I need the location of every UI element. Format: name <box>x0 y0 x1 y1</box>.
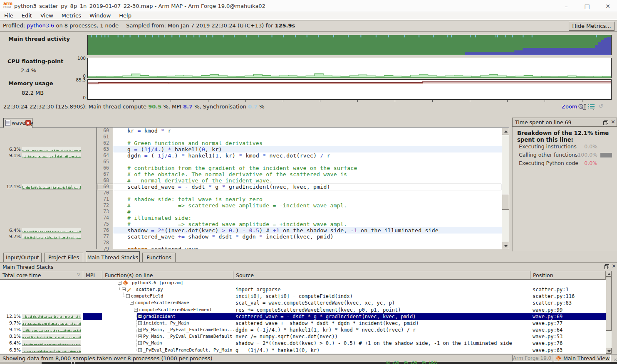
code-line-70[interactable] <box>113 190 502 196</box>
function-name: computeField <box>131 293 164 300</box>
column-header-mpi[interactable]: MPI <box>83 271 102 280</box>
scroll-up-button[interactable] <box>606 271 612 277</box>
column-header-position[interactable]: Position <box>530 271 606 280</box>
menu-help[interactable]: Help <box>115 12 136 20</box>
tab-main-thread-stacks[interactable]: Main Thread Stacks <box>86 251 140 262</box>
stack-row-scatter-py[interactable]: −scatter.pyimport argparsescatter.py:1 <box>0 286 612 293</box>
reset-zoom-icon[interactable]: ↺ <box>598 103 605 110</box>
main-thread-activity-chart[interactable] <box>87 35 612 55</box>
table-vertical-scrollbar[interactable] <box>606 271 612 354</box>
editor-panel-splitter[interactable] <box>509 116 512 251</box>
code-line-74[interactable]: # illuminated side: <box>113 215 502 221</box>
function-name: python3.6 [program] <box>132 280 183 286</box>
tree-expander[interactable]: + <box>138 328 142 332</box>
stack-row-gradincident[interactable]: 12.1%+gradIncidentscattered_wave = - dsd… <box>0 313 612 320</box>
line-number: 63 <box>97 146 109 152</box>
tree-expander[interactable]: − <box>134 308 138 312</box>
program-icon <box>123 280 128 287</box>
code-line-71[interactable]: # shadow side: total wave is nearly zero <box>113 196 502 202</box>
zoom-link[interactable]: Zoom <box>562 103 577 110</box>
scroll-thumb[interactable] <box>502 194 509 210</box>
mpi-bar <box>83 313 102 320</box>
column-header-function-s-on-line[interactable]: Function(s) on line <box>102 271 233 280</box>
stack-row-py-main-pyeval-evalframedefau-[interactable]: 9.1%+Py_Main, _PyEval_EvalFrameDefau...d… <box>0 327 612 333</box>
hide-metrics-button[interactable]: Hide Metrics... <box>569 22 615 31</box>
code-line-63[interactable]: g = (1j/4.) * hankel1(0, kr) <box>113 146 502 152</box>
code-line-77[interactable]: scattered_wave += shadow * dsdt * dgdn *… <box>113 234 502 240</box>
undock-icon[interactable] <box>604 264 609 269</box>
code-line-64[interactable]: dgdn = (-1j/4.) * hankel1(1, kr) * kmod … <box>113 152 502 159</box>
tree-expander[interactable]: − <box>118 281 121 285</box>
scroll-thumb[interactable] <box>606 277 612 331</box>
line-number: 65 <box>97 159 109 165</box>
program-link[interactable]: python3.6 <box>27 22 54 29</box>
stack-row--pyeval-evalframedefault-py-main[interactable]: 6.3%+_PyEval_EvalFrameDefault, Py_Maing … <box>0 347 612 354</box>
editor-tab-wave-py[interactable]: wave.py x <box>3 118 32 128</box>
code-line-65[interactable] <box>113 159 502 165</box>
breakdown-row: Executing Python code 0.0% <box>519 160 615 167</box>
view-mode-box[interactable]: Main Thread View <box>554 355 611 362</box>
column-header-total-core-time[interactable]: Total core time▽ <box>0 271 83 280</box>
close-button[interactable]: ✕ <box>604 2 612 10</box>
duration-value: 125.9s <box>275 22 295 29</box>
tree-expander[interactable]: − <box>122 288 126 291</box>
code-line-61[interactable] <box>113 134 502 140</box>
code-line-67[interactable]: # of the obstacle. The normal derivative… <box>113 171 502 177</box>
menu-edit[interactable]: Edit <box>17 12 36 20</box>
panel-close-icon[interactable]: × <box>612 263 617 269</box>
code-line-68[interactable]: # - normal derivative of the incident wa… <box>113 177 502 184</box>
tree-expander[interactable]: + <box>138 315 142 318</box>
tree-expander[interactable]: + <box>138 341 142 345</box>
code-line-75[interactable]: # => scattered wave amplitude = +inciden… <box>113 221 502 227</box>
tree-expander[interactable]: + <box>138 334 142 338</box>
code-line-79[interactable]: return scattered_wave <box>113 246 502 249</box>
tree-expander[interactable]: − <box>126 294 130 298</box>
stack-row-py-main-pyeval-evalframedefault[interactable]: 8.1%+Py_Main, _PyEval_EvalFrameDefaultnv… <box>0 333 612 340</box>
metrics-list-icon[interactable] <box>588 104 595 110</box>
tree-expander[interactable]: + <box>138 348 142 352</box>
stack-row-python3-6-program-[interactable]: −python3.6 [program] <box>0 280 612 286</box>
minimize-button[interactable]: – <box>562 2 570 10</box>
undock-icon[interactable] <box>603 120 608 125</box>
tab-functions[interactable]: Functions <box>142 253 176 262</box>
scroll-down-button[interactable] <box>606 348 612 354</box>
stack-row-computescatteredwave[interactable]: −computeScatteredWavescat_val = wave.com… <box>0 300 612 306</box>
line-time-percent: 6.3% <box>0 147 21 152</box>
stack-row-computefield[interactable]: −computeFieldinci[i0], scat[i0] = comput… <box>0 293 612 300</box>
menu-file[interactable]: File <box>0 12 17 20</box>
tab-input-output[interactable]: Input/Output <box>3 253 42 262</box>
menu-window[interactable]: Window <box>85 12 115 20</box>
editor-vertical-scrollbar[interactable] <box>502 128 509 249</box>
scroll-down-button[interactable] <box>502 242 509 249</box>
stack-row-computescatteredwaveelement[interactable]: −computeScatteredWaveElementres += compu… <box>0 307 612 313</box>
tree-expander[interactable]: − <box>130 301 134 305</box>
tab-project-files[interactable]: Project Files <box>44 253 83 262</box>
resize-grip[interactable] <box>612 356 617 361</box>
code-line-76[interactable]: shadow = 2*((nvec.dot(kvec) > 0.) - 0.5)… <box>113 227 502 234</box>
code-line-62[interactable]: # Green functions and normal derivatives <box>113 140 502 146</box>
compute-percent: 90.5 <box>148 103 161 110</box>
maximize-button[interactable]: □ <box>583 2 591 10</box>
breakdown-label: Calling other functions <box>519 152 578 158</box>
code-line-66[interactable]: # contribution from the gradient of the … <box>113 165 502 171</box>
cpu-floating-point-chart[interactable] <box>87 58 612 78</box>
code-line-60[interactable]: kr = kmod * r <box>113 128 502 134</box>
menu-metrics[interactable]: Metrics <box>57 12 85 20</box>
scroll-up-button[interactable] <box>502 128 509 135</box>
stack-row-py-main[interactable]: 6.4%+Py_Mainshadow = 2*((nvec.dot(kvec) … <box>0 340 612 347</box>
version-box: Arm Forge 19.0 <box>512 355 552 362</box>
tree-expander[interactable]: + <box>138 321 142 325</box>
position: scatter.py:116 <box>533 293 575 300</box>
menu-view[interactable]: View <box>36 12 57 20</box>
code-line-78[interactable] <box>113 240 502 246</box>
code-line-73[interactable]: # <box>113 209 502 215</box>
line-number: 73 <box>97 209 109 215</box>
code-line-72[interactable]: # => scattered wave amplitude = -inciden… <box>113 202 502 209</box>
core-time-sparkline <box>22 327 81 334</box>
column-header-source[interactable]: Source <box>233 271 530 280</box>
stack-row-incident-py-main[interactable]: 9.7%+incident, Py_Mainscattered_wave += … <box>0 320 612 327</box>
memory-usage-chart[interactable] <box>87 79 612 100</box>
panel-close-icon[interactable]: × <box>611 118 616 125</box>
zoom-select-icon[interactable]: A <box>578 103 586 111</box>
tab-close-icon[interactable]: x <box>25 120 31 125</box>
